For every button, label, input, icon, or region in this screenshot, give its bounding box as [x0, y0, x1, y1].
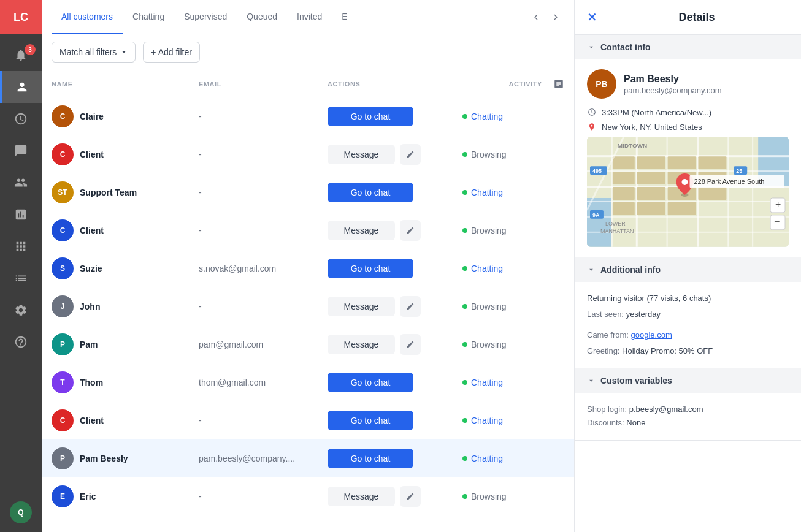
go-to-chat-button[interactable]: Go to chat — [328, 107, 413, 126]
sidebar-item-settings[interactable] — [0, 294, 42, 326]
contact-info-header[interactable]: Contact info — [575, 35, 801, 59]
customers-table: NAME EMAIL ACTIONS ACTIVITY C Claire - G… — [42, 70, 574, 532]
customer-name: Suzie — [80, 264, 102, 273]
customer-name: Claire — [80, 112, 104, 121]
details-title: Details — [605, 11, 789, 24]
tab-navigation — [527, 9, 564, 26]
message-button[interactable]: Message — [328, 297, 395, 316]
add-column-button[interactable] — [542, 78, 564, 89]
activity-dot — [462, 342, 467, 347]
customer-name-cell: ST Support Team — [52, 181, 199, 203]
additional-info-body: Returning visitor (77 visits, 6 chats) L… — [575, 282, 801, 368]
custom-variables-header[interactable]: Custom variables — [575, 368, 801, 393]
svg-rect-27 — [613, 202, 635, 215]
tab-e[interactable]: E — [332, 0, 357, 34]
filter-bar: Match all filters + Add filter — [42, 34, 574, 70]
table-row[interactable]: E Eric - Message Browsing — [42, 477, 574, 515]
actions-cell: Go to chat — [328, 107, 462, 126]
sidebar-item-teams[interactable] — [0, 167, 42, 199]
table-row[interactable]: ST Support Team - Go to chat Chatting — [42, 173, 574, 211]
table-row[interactable]: T Thom thom@gmail.com Go to chat Chattin… — [42, 363, 574, 401]
actions-cell: Message — [328, 220, 462, 241]
sidebar: LC 3 Q — [0, 0, 42, 532]
tab-chatting[interactable]: Chatting — [123, 0, 174, 34]
email-cell: pam.beesly@company.... — [199, 454, 328, 463]
activity-cell: Browsing — [462, 302, 542, 311]
table-row[interactable]: C Client - Go to chat Chatting — [42, 401, 574, 439]
go-to-chat-button[interactable]: Go to chat — [328, 183, 413, 202]
edit-button[interactable] — [400, 334, 421, 355]
go-to-chat-button[interactable]: Go to chat — [328, 373, 413, 392]
table-row[interactable]: C Client - Message Browsing — [42, 135, 574, 173]
sidebar-item-notifications[interactable]: 3 — [0, 39, 42, 71]
email-cell: pam@gmail.com — [199, 340, 328, 349]
email-cell: - — [199, 112, 328, 121]
tab-all-customers[interactable]: All customers — [52, 0, 123, 34]
activity-label: Chatting — [471, 264, 503, 273]
svg-rect-11 — [667, 137, 668, 246]
edit-button[interactable] — [400, 144, 421, 165]
activity-cell: Chatting — [462, 454, 542, 463]
table-row[interactable]: J John - Message Browsing — [42, 287, 574, 325]
sidebar-item-clock[interactable] — [0, 103, 42, 135]
message-button[interactable]: Message — [328, 487, 395, 506]
svg-text:MANHATTAN: MANHATTAN — [600, 228, 634, 234]
table-row[interactable]: P Pam pam@gmail.com Message Browsing — [42, 325, 574, 363]
customer-name-cell: C Claire — [52, 105, 199, 127]
svg-text:25: 25 — [736, 168, 742, 174]
actions-cell: Message — [328, 144, 462, 165]
activity-dot — [462, 456, 467, 461]
table-row[interactable]: C Claire - Go to chat Chatting — [42, 97, 574, 135]
user-avatar-bottom[interactable]: Q — [10, 501, 32, 523]
tab-queued[interactable]: Queued — [237, 0, 287, 34]
contact-info-section: Contact info PB Pam Beesly pam.beesly@co… — [575, 35, 801, 257]
tab-invited[interactable]: Invited — [287, 0, 332, 34]
svg-rect-17 — [668, 156, 696, 169]
table-row[interactable]: P Pam Beesly pam.beesly@company.... Go t… — [42, 439, 574, 477]
sidebar-item-apps[interactable] — [0, 230, 42, 262]
activity-dot — [462, 114, 467, 119]
actions-cell: Message — [328, 486, 462, 507]
sidebar-item-chat[interactable] — [0, 135, 42, 167]
activity-dot — [462, 304, 467, 309]
go-to-chat-button[interactable]: Go to chat — [328, 449, 413, 468]
svg-rect-19 — [637, 172, 665, 184]
go-to-chat-button[interactable]: Go to chat — [328, 411, 413, 430]
actions-cell: Go to chat — [328, 259, 462, 278]
sidebar-item-customers[interactable] — [0, 71, 42, 103]
add-filter-button[interactable]: + Add filter — [143, 42, 200, 63]
came-from-link[interactable]: google.com — [631, 330, 672, 340]
notification-badge: 3 — [25, 44, 36, 55]
close-details-button[interactable]: ✕ — [587, 10, 597, 25]
edit-button[interactable] — [400, 486, 421, 507]
additional-info-header[interactable]: Additional info — [575, 257, 801, 282]
logo[interactable]: LC — [0, 0, 42, 34]
activity-dot — [462, 152, 467, 157]
customer-name-cell: C Client — [52, 143, 199, 165]
customer-name: Eric — [80, 492, 96, 501]
svg-rect-29 — [668, 202, 696, 215]
activity-cell: Chatting — [462, 264, 542, 273]
sidebar-nav: 3 — [0, 34, 42, 498]
match-all-filters-dropdown[interactable]: Match all filters — [52, 42, 136, 63]
col-email-header: EMAIL — [199, 80, 328, 88]
message-button[interactable]: Message — [328, 145, 395, 164]
tab-supervised[interactable]: Supervised — [174, 0, 237, 34]
edit-button[interactable] — [400, 220, 421, 241]
message-button[interactable]: Message — [328, 221, 395, 240]
sidebar-item-list[interactable] — [0, 262, 42, 294]
go-to-chat-button[interactable]: Go to chat — [328, 259, 413, 278]
activity-cell: Browsing — [462, 226, 542, 235]
table-row[interactable]: C Client - Message Browsing — [42, 211, 574, 249]
edit-button[interactable] — [400, 296, 421, 317]
message-button[interactable]: Message — [328, 335, 395, 354]
tab-prev-button[interactable] — [527, 9, 545, 26]
sidebar-item-help[interactable] — [0, 326, 42, 358]
tab-next-button[interactable] — [547, 9, 564, 26]
contact-time-row: 3:33PM (North America/New...) — [587, 107, 789, 117]
customer-name-cell: S Suzie — [52, 257, 199, 279]
activity-label: Chatting — [471, 416, 503, 425]
sidebar-item-reports[interactable] — [0, 199, 42, 230]
table-row[interactable]: S Suzie s.novak@gmail.com Go to chat Cha… — [42, 249, 574, 287]
col-activity-header: ACTIVITY — [462, 80, 542, 88]
